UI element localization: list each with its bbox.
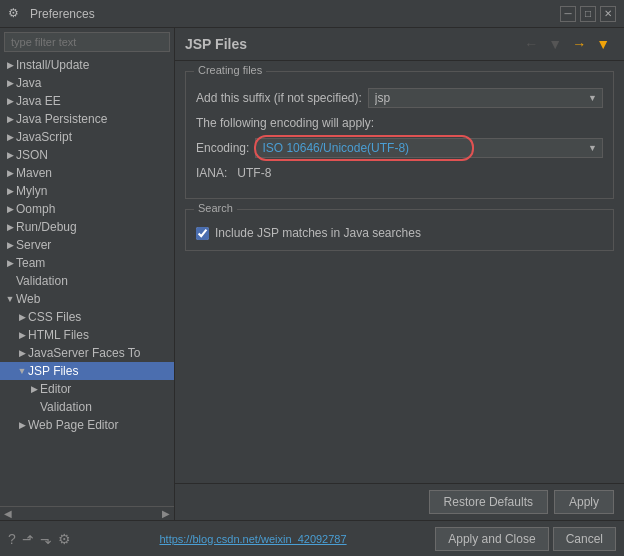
sidebar-item-validation[interactable]: Validation [0,272,174,290]
import-icon[interactable]: ⬎ [40,531,52,547]
sidebar-item-javascript[interactable]: ▶ JavaScript [0,128,174,146]
expand-arrow: ▼ [16,365,28,377]
filter-input[interactable] [4,32,170,52]
expand-arrow [4,275,16,287]
sidebar-item-css-files[interactable]: ▶ CSS Files [0,308,174,326]
expand-arrow: ▶ [16,419,28,431]
sidebar-item-server[interactable]: ▶ Server [0,236,174,254]
sidebar-item-maven[interactable]: ▶ Maven [0,164,174,182]
cancel-button[interactable]: Cancel [553,527,616,551]
expand-arrow: ▶ [4,113,16,125]
expand-arrow: ▶ [16,329,28,341]
nav-buttons: ← ▼ → ▼ [520,34,614,54]
help-icon[interactable]: ? [8,531,16,547]
back-button[interactable]: ← [520,34,542,54]
close-button[interactable]: ✕ [600,6,616,22]
expand-arrow: ▶ [16,311,28,323]
bottom-bar: ? ⬏ ⬎ ⚙ https://blog.csdn.net/weixin_420… [0,520,624,556]
apply-and-close-button[interactable]: Apply and Close [435,527,548,551]
sidebar-item-javaserver-faces[interactable]: ▶ JavaServer Faces To [0,344,174,362]
title-bar: ⚙ Preferences ─ □ ✕ [0,0,624,28]
encoding-select[interactable]: ISO 10646/Unicode(UTF-8) [255,138,603,158]
apply-button[interactable]: Apply [554,490,614,514]
suffix-label: Add this suffix (if not specified): [196,91,362,105]
search-checkbox-row: Include JSP matches in Java searches [196,226,603,240]
iana-value: UTF-8 [237,166,271,180]
sidebar-item-mylyn[interactable]: ▶ Mylyn [0,182,174,200]
forward-button[interactable]: → [568,34,590,54]
creating-files-title: Creating files [194,64,266,76]
content-area: JSP Files ← ▼ → ▼ Creating files Add thi… [175,28,624,520]
sidebar-item-java-persistence[interactable]: ▶ Java Persistence [0,110,174,128]
suffix-row: Add this suffix (if not specified): jsp [196,88,603,108]
scroll-left-icon[interactable]: ◀ [4,508,12,519]
search-group-content: Include JSP matches in Java searches [186,210,613,250]
jsp-search-label: Include JSP matches in Java searches [215,226,421,240]
suffix-select-wrapper: jsp [368,88,603,108]
iana-row: IANA: UTF-8 [196,166,603,180]
sidebar-item-java-ee[interactable]: ▶ Java EE [0,92,174,110]
expand-arrow: ▶ [28,383,40,395]
sidebar-item-html-files[interactable]: ▶ HTML Files [0,326,174,344]
window-controls: ─ □ ✕ [560,6,616,22]
expand-arrow: ▶ [4,185,16,197]
sidebar-item-java[interactable]: ▶ Java [0,74,174,92]
search-group-title: Search [194,202,237,214]
iana-label: IANA: [196,166,227,180]
expand-arrow: ▶ [4,131,16,143]
expand-arrow: ▶ [4,95,16,107]
expand-arrow: ▶ [4,203,16,215]
expand-arrow: ▶ [4,167,16,179]
sidebar-item-oomph[interactable]: ▶ Oomph [0,200,174,218]
encoding-select-wrapper: ISO 10646/Unicode(UTF-8) [255,138,603,158]
status-url[interactable]: https://blog.csdn.net/weixin_42092787 [79,533,427,545]
sidebar-list: ▶ Install/Update ▶ Java ▶ Java EE ▶ Java… [0,56,174,506]
search-group: Search Include JSP matches in Java searc… [185,209,614,251]
expand-arrow: ▶ [4,257,16,269]
sidebar-item-web-page-editor[interactable]: ▶ Web Page Editor [0,416,174,434]
encoding-label: Encoding: [196,141,249,155]
sidebar-item-run-debug[interactable]: ▶ Run/Debug [0,218,174,236]
expand-arrow: ▶ [4,221,16,233]
sidebar-item-json[interactable]: ▶ JSON [0,146,174,164]
creating-files-group: Creating files Add this suffix (if not s… [185,71,614,199]
expand-arrow: ▶ [4,149,16,161]
jsp-search-checkbox[interactable] [196,227,209,240]
sidebar-filter-area [0,28,174,56]
content-header: JSP Files ← ▼ → ▼ [175,28,624,61]
expand-arrow: ▶ [16,347,28,359]
export-icon[interactable]: ⬏ [22,531,34,547]
sidebar-item-team[interactable]: ▶ Team [0,254,174,272]
sidebar-item-web[interactable]: ▼ Web [0,290,174,308]
page-title: JSP Files [185,36,247,52]
expand-arrow: ▶ [4,77,16,89]
sidebar-item-editor[interactable]: ▶ Editor [0,380,174,398]
expand-arrow [28,401,40,413]
content-footer: Restore Defaults Apply [175,483,624,520]
expand-arrow: ▼ [4,293,16,305]
sidebar-item-validation2[interactable]: Validation [0,398,174,416]
encoding-description: The following encoding will apply: [196,116,374,130]
restore-defaults-button[interactable]: Restore Defaults [429,490,548,514]
window-title: Preferences [30,7,560,21]
sidebar: ▶ Install/Update ▶ Java ▶ Java EE ▶ Java… [0,28,175,520]
expand-arrow: ▶ [4,239,16,251]
sidebar-item-jsp-files[interactable]: ▼ JSP Files [0,362,174,380]
preferences-icon: ⚙ [8,6,24,22]
forward-dropdown-button[interactable]: ▼ [592,34,614,54]
encoding-row: Encoding: ISO 10646/Unicode(UTF-8) [196,138,603,158]
suffix-select[interactable]: jsp [368,88,603,108]
bottom-action-buttons: Apply and Close Cancel [435,527,616,551]
creating-files-content: Add this suffix (if not specified): jsp … [186,72,613,198]
main-layout: ▶ Install/Update ▶ Java ▶ Java EE ▶ Java… [0,28,624,520]
encoding-description-row: The following encoding will apply: [196,116,603,130]
bottom-icons: ? ⬏ ⬎ ⚙ [8,531,71,547]
maximize-button[interactable]: □ [580,6,596,22]
settings-icon[interactable]: ⚙ [58,531,71,547]
minimize-button[interactable]: ─ [560,6,576,22]
scroll-right-icon[interactable]: ▶ [162,508,170,519]
content-body: Creating files Add this suffix (if not s… [175,61,624,483]
expand-arrow: ▶ [4,59,16,71]
back-dropdown-button[interactable]: ▼ [544,34,566,54]
sidebar-item-install-update[interactable]: ▶ Install/Update [0,56,174,74]
